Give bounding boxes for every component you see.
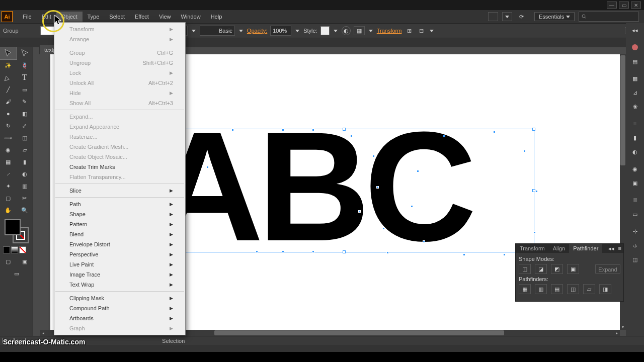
graphic-styles-icon[interactable]: ▣ [626, 176, 644, 190]
color-guide-icon[interactable]: ▤ [626, 54, 644, 68]
menu-item-clipping-mask[interactable]: Clipping Mask▶ [54, 293, 185, 303]
pf-tab-transform[interactable]: Transform [516, 244, 549, 253]
sync-icon[interactable]: ⟳ [516, 12, 526, 21]
brush-field[interactable]: Basic [200, 26, 235, 36]
draw-mode[interactable]: ▢ [0, 255, 17, 267]
anchor-point[interactable] [312, 129, 314, 131]
pathfinder-panel-icon[interactable]: ◫ [626, 252, 644, 266]
panel-collapse-icon[interactable]: ◂◂ [606, 245, 616, 252]
menu-item-path[interactable]: Path▶ [54, 199, 185, 209]
menu-item-text-wrap[interactable]: Text Wrap▶ [54, 280, 185, 290]
anchor-point[interactable] [256, 250, 258, 253]
close-button[interactable]: ✕ [631, 2, 641, 9]
menu-item-blend[interactable]: Blend▶ [54, 229, 185, 239]
slice-tool[interactable]: ✂ [17, 192, 33, 204]
screen-mode[interactable]: ▣ [17, 255, 33, 267]
anchor-point[interactable] [411, 205, 413, 208]
edit-icon[interactable]: ⊟ [417, 26, 426, 35]
crop-button[interactable]: ◫ [567, 284, 579, 294]
divide-button[interactable]: ▦ [519, 284, 531, 294]
search-input[interactable] [579, 12, 639, 22]
minus-back-button[interactable]: ◨ [599, 284, 611, 294]
trim-button[interactable]: ▥ [535, 284, 547, 294]
ruler-vertical[interactable] [33, 54, 40, 330]
rectangle-tool[interactable]: ▭ [17, 83, 33, 96]
outline-button[interactable]: ▱ [583, 284, 595, 294]
anchor-point[interactable] [358, 210, 361, 213]
direct-select-tool[interactable] [17, 47, 33, 59]
style-swatch[interactable] [320, 26, 330, 35]
anchor-point[interactable] [533, 231, 536, 234]
selection-tool[interactable] [0, 47, 17, 59]
artboard-tool[interactable]: ▢ [0, 192, 17, 204]
minimize-button[interactable]: — [607, 2, 617, 9]
menu-item-shape[interactable]: Shape▶ [54, 209, 185, 219]
pathfinder-panel[interactable]: Transform Align Pathfinder ◂◂ ≡ Shape Mo… [515, 243, 624, 302]
unite-button[interactable]: ◫ [519, 264, 531, 274]
blob-brush-tool[interactable]: ● [0, 108, 17, 120]
eyedropper-tool[interactable]: ⟋ [0, 168, 17, 180]
lasso-tool[interactable]: 🪢 [17, 59, 33, 71]
gradient-panel-icon[interactable]: ▮ [626, 131, 644, 145]
menu-object[interactable]: Object [56, 12, 83, 22]
symbol-sprayer-tool[interactable]: ✦ [0, 180, 17, 192]
anchor-point[interactable] [376, 186, 379, 189]
anchor-point[interactable] [523, 150, 526, 152]
menu-item-compound-path[interactable]: Compound Path▶ [54, 303, 185, 313]
anchor-point[interactable] [350, 135, 353, 137]
exclude-button[interactable]: ▣ [567, 264, 579, 274]
panel-menu-icon[interactable]: ≡ [616, 245, 623, 251]
expand-panels-icon[interactable]: ◂◂ [626, 23, 644, 37]
opacity-label[interactable]: Opacity: [247, 28, 267, 34]
app-logo[interactable]: Ai [2, 11, 13, 22]
anchor-point[interactable] [463, 253, 465, 256]
anchor-point[interactable] [231, 129, 234, 131]
anchor-point[interactable] [503, 253, 506, 256]
hand-tool[interactable]: ✋ [0, 204, 17, 216]
anchor-point[interactable] [382, 227, 385, 230]
width-tool[interactable]: ⟿ [0, 132, 17, 144]
mesh-tool[interactable]: ▦ [0, 156, 17, 168]
pen-tool[interactable] [0, 71, 17, 83]
stroke-panel-icon[interactable]: ≡ [626, 117, 644, 131]
expand-button[interactable]: Expand [595, 264, 620, 274]
fill-stroke-indicator[interactable] [5, 219, 29, 243]
gradient-mode[interactable] [11, 246, 18, 253]
menu-item-slice[interactable]: Slice▶ [54, 186, 185, 196]
color-mode[interactable] [3, 246, 10, 253]
menu-item-pattern[interactable]: Pattern▶ [54, 219, 185, 229]
menu-item-envelope-distort[interactable]: Envelope Distort▶ [54, 239, 185, 249]
menu-window[interactable]: Window [176, 12, 206, 22]
pencil-tool[interactable]: ✎ [17, 96, 33, 108]
menu-item-image-trace[interactable]: Image Trace▶ [54, 269, 185, 280]
isolate-icon[interactable]: ⊞ [405, 26, 414, 35]
align-panel-icon[interactable]: ⫝ [626, 238, 644, 252]
gradient-tool[interactable]: ▮ [17, 156, 33, 168]
color-panel-icon[interactable] [626, 40, 644, 54]
anchor-point[interactable] [206, 166, 209, 168]
merge-button[interactable]: ▤ [551, 284, 563, 294]
zoom-tool[interactable]: 🔍 [17, 204, 33, 216]
brushes-panel-icon[interactable]: ⊿ [626, 85, 644, 100]
menu-view[interactable]: View [154, 12, 176, 22]
anchor-point[interactable] [535, 190, 538, 193]
maximize-button[interactable]: ▭ [619, 2, 629, 9]
screen-switcher[interactable]: ▭ [0, 267, 33, 280]
menu-effect[interactable]: Effect [130, 12, 154, 22]
menu-item-create-trim-marks[interactable]: Create Trim Marks [54, 162, 185, 172]
menu-help[interactable]: Help [206, 12, 227, 22]
fill-swatch[interactable] [40, 26, 54, 35]
anchor-point[interactable] [386, 251, 389, 254]
minus-front-button[interactable]: ◪ [535, 264, 547, 274]
anchor-point[interactable] [312, 250, 314, 253]
anchor-point[interactable] [417, 170, 419, 172]
anchor-point[interactable] [493, 131, 496, 133]
layers-panel-icon[interactable]: ≣ [626, 193, 644, 207]
pf-tab-align[interactable]: Align [549, 244, 569, 253]
handle-tr[interactable] [532, 128, 535, 131]
menu-item-live-paint[interactable]: Live Paint▶ [54, 259, 185, 269]
menu-edit[interactable]: Edit [37, 12, 56, 22]
menu-file[interactable]: File [18, 12, 37, 22]
doc-setup-icon[interactable] [488, 12, 498, 21]
free-transform-tool[interactable]: ◫ [17, 132, 33, 144]
